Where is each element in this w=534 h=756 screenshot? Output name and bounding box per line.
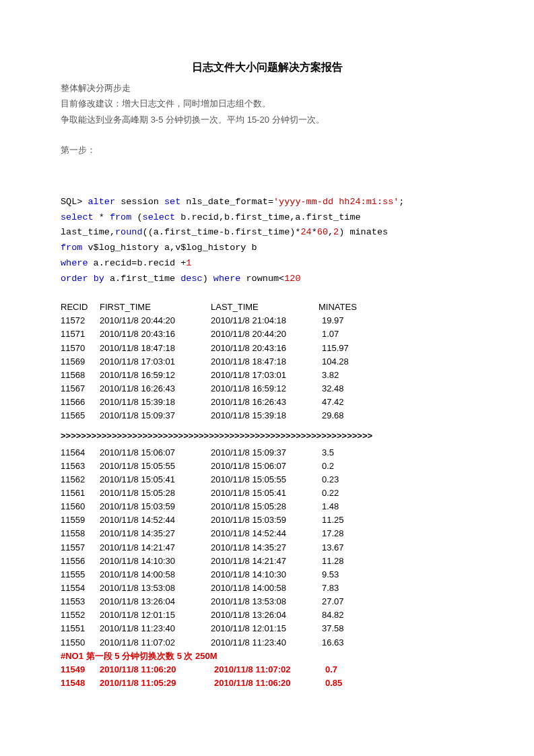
- cell-c1: 2010/11/8 11:06:20: [100, 663, 214, 676]
- cell-c0: 11554: [61, 581, 100, 595]
- cell-c3: 47.42: [322, 396, 376, 409]
- cell-c3: 13.67: [322, 541, 376, 555]
- cell-c3: 17.28: [322, 527, 376, 540]
- cell-c2: 2010/11/8 15:05:41: [211, 486, 322, 500]
- cell-c2: 2010/11/8 15:39:18: [211, 409, 322, 422]
- table-row: 115542010/11/8 13:53:082010/11/8 14:00:5…: [61, 581, 473, 595]
- table-row: 115612010/11/8 15:05:282010/11/8 15:05:4…: [61, 486, 473, 500]
- cell-c1: 2010/11/8 14:35:27: [100, 527, 211, 540]
- cell-c2: 2010/11/8 15:05:55: [211, 473, 322, 486]
- sql-line: last_time,round((a.first_time-b.first_ti…: [61, 225, 473, 241]
- sql-text: ,: [328, 227, 333, 237]
- cell-c3: 3.82: [322, 369, 376, 382]
- table-row: 115622010/11/8 15:05:412010/11/8 15:05:5…: [61, 473, 473, 486]
- cell-c2: 2010/11/8 14:21:47: [211, 555, 322, 568]
- sql-line: from v$log_history a,v$log_history b: [61, 241, 473, 256]
- sql-text: ((a.first_time-b.first_time)*: [143, 227, 301, 237]
- cell-c2: 2010/11/8 11:23:40: [211, 636, 322, 650]
- cell-c1: 2010/11/8 13:53:08: [100, 581, 211, 595]
- cell-c0: 11570: [61, 342, 100, 355]
- cell-c3: 0.22: [322, 486, 376, 500]
- sql-string: 'yyyy-mm-dd hh24:mi:ss': [273, 197, 399, 207]
- cell-c2: 2010/11/8 15:09:37: [211, 446, 322, 460]
- cell-c1: 2010/11/8 14:52:44: [100, 513, 211, 527]
- col-recid: RECID: [61, 301, 100, 314]
- sql-keyword: from: [110, 212, 131, 222]
- table-row: 115672010/11/8 16:26:432010/11/8 16:59:1…: [61, 382, 473, 396]
- cell-c2: 2010/11/8 13:53:08: [211, 595, 322, 608]
- cell-c0: 11563: [61, 460, 100, 473]
- intro-line-2: 目前修改建议：增大日志文件，同时增加日志组个数。: [61, 96, 473, 111]
- cell-c0: 11550: [61, 636, 100, 650]
- rows-group-2: 115642010/11/8 15:06:072010/11/8 15:09:3…: [61, 446, 473, 650]
- cell-c3: 11.28: [322, 555, 376, 568]
- table-row: 115682010/11/8 16:59:122010/11/8 17:03:0…: [61, 369, 473, 382]
- cell-c0: 11558: [61, 527, 100, 540]
- cell-c2: 2010/11/8 11:06:20: [214, 676, 325, 690]
- table-row: 115522010/11/8 12:01:152010/11/8 13:26:0…: [61, 608, 473, 622]
- sql-block: SQL> alter session set nls_date_format='…: [61, 195, 473, 288]
- cell-c1: 2010/11/8 16:59:12: [100, 369, 211, 382]
- cell-c0: 11567: [61, 382, 100, 396]
- sql-keyword: desc: [180, 274, 202, 284]
- cell-c2: 2010/11/8 15:05:28: [211, 500, 322, 513]
- cell-c2: 2010/11/8 12:01:15: [211, 622, 322, 635]
- sql-keyword: by: [94, 274, 104, 284]
- sql-number: 120: [284, 274, 300, 284]
- sql-text: [88, 274, 94, 284]
- cell-c3: 115.97: [322, 342, 376, 355]
- table-row: 115492010/11/8 11:06:202010/11/8 11:07:0…: [61, 663, 473, 676]
- cell-c2: 2010/11/8 14:10:30: [211, 568, 322, 581]
- sql-text: ;: [399, 197, 404, 207]
- cell-c2: 2010/11/8 11:07:02: [214, 663, 325, 676]
- cell-c0: 11555: [61, 568, 100, 581]
- cell-c3: 0.2: [322, 460, 376, 473]
- cell-c3: 3.5: [322, 446, 376, 460]
- cell-c0: 11568: [61, 369, 100, 382]
- cell-c3: 16.63: [322, 636, 376, 650]
- table-row: 115602010/11/8 15:03:592010/11/8 15:05:2…: [61, 500, 473, 513]
- rows-group-1: 115722010/11/8 20:44:202010/11/8 21:04:1…: [61, 314, 473, 422]
- cell-c0: 11561: [61, 486, 100, 500]
- sql-keyword: set: [164, 197, 180, 207]
- table-row: 115482010/11/8 11:05:292010/11/8 11:06:2…: [61, 676, 473, 690]
- table-row: 115652010/11/8 15:09:372010/11/8 15:39:1…: [61, 409, 473, 422]
- cell-c3: 0.7: [325, 663, 379, 676]
- rows-group-3: 115492010/11/8 11:06:202010/11/8 11:07:0…: [61, 663, 473, 690]
- cell-c3: 11.25: [322, 513, 376, 527]
- cell-c1: 2010/11/8 16:26:43: [100, 382, 211, 396]
- sql-text: v$log_history a,v$log_history b: [82, 243, 257, 253]
- cell-c0: 11556: [61, 555, 100, 568]
- intro-text: 争取能达到业务高峰期: [61, 115, 151, 125]
- table-row: 115662010/11/8 15:39:182010/11/8 16:26:4…: [61, 396, 473, 409]
- table-row: 115712010/11/8 20:43:162010/11/8 20:44:2…: [61, 327, 473, 341]
- cell-c1: 2010/11/8 15:05:28: [100, 486, 211, 500]
- sql-text: a.first_time: [104, 274, 180, 284]
- cell-c1: 2010/11/8 15:09:37: [100, 409, 211, 422]
- sql-text: ) minates: [339, 227, 388, 237]
- cell-c2: 2010/11/8 21:04:18: [211, 314, 322, 327]
- sql-line: where a.recid=b.recid +1: [61, 256, 473, 272]
- col-minates: MINATES: [319, 301, 372, 314]
- cell-c2: 2010/11/8 14:35:27: [211, 541, 322, 555]
- sql-keyword: where: [213, 274, 241, 284]
- col-last-time: LAST_TIME: [211, 301, 319, 314]
- cell-c3: 9.53: [322, 568, 376, 581]
- table-row: 115512010/11/8 11:23:402010/11/8 12:01:1…: [61, 622, 473, 635]
- sql-number: 1: [186, 258, 191, 268]
- table-row: 115592010/11/8 14:52:442010/11/8 15:03:5…: [61, 513, 473, 527]
- cell-c0: 11559: [61, 513, 100, 527]
- cell-c1: 2010/11/8 14:21:47: [100, 541, 211, 555]
- sql-keyword: from: [61, 243, 82, 253]
- cell-c3: 32.48: [322, 382, 376, 396]
- sql-prompt: SQL>: [61, 197, 88, 207]
- note-line: #NO1 第一段 5 分钟切换次数 5 次 250M: [61, 650, 473, 663]
- cell-c2: 2010/11/8 16:26:43: [211, 396, 322, 409]
- sql-text: last_time,: [61, 227, 115, 237]
- cell-c2: 2010/11/8 15:06:07: [211, 460, 322, 473]
- cell-c2: 2010/11/8 14:52:44: [211, 527, 322, 540]
- cell-c1: 2010/11/8 20:44:20: [100, 314, 211, 327]
- cell-c1: 2010/11/8 14:00:58: [100, 568, 211, 581]
- cell-c2: 2010/11/8 17:03:01: [211, 369, 322, 382]
- intro-line-1: 整体解决分两步走: [61, 80, 473, 96]
